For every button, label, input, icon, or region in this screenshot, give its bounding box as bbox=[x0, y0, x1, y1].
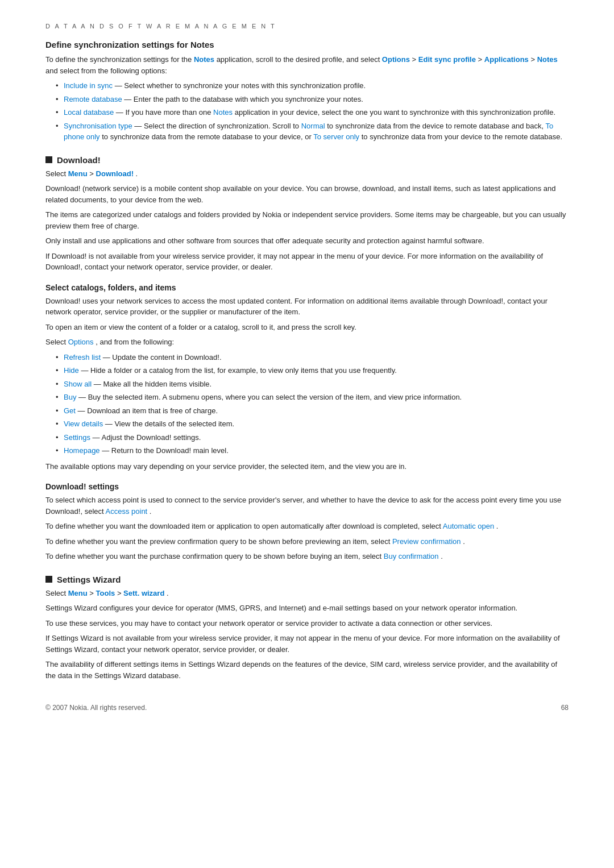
to-server-only-link[interactable]: To server only bbox=[313, 132, 359, 141]
normal-link[interactable]: Normal bbox=[301, 122, 325, 130]
section5-select: Select Menu > Tools > Sett. wizard . bbox=[45, 588, 569, 599]
access-point-link[interactable]: Access point bbox=[106, 507, 148, 516]
arrow3: > bbox=[530, 55, 537, 64]
local-database-link[interactable]: Local database bbox=[64, 108, 114, 117]
arrow-span: > bbox=[89, 169, 96, 178]
s5-select-text: Select bbox=[45, 589, 68, 597]
s4p2-text1: To define whether you want the downloade… bbox=[45, 522, 443, 530]
select-suffix2: , and from the following: bbox=[96, 338, 174, 346]
list-item: Settings — Adjust the Download! settings… bbox=[56, 432, 569, 443]
arrow2: > bbox=[478, 55, 484, 64]
page-header: D a t a a n d s o f t w a r e m a n a g … bbox=[45, 23, 569, 30]
buy-confirmation-link[interactable]: Buy confirmation bbox=[384, 552, 439, 560]
item3-text1: — If you have more than one bbox=[116, 108, 213, 117]
section5-p4: The availability of different settings i… bbox=[45, 659, 569, 681]
options-link[interactable]: Options bbox=[382, 55, 410, 64]
s5-arrow2: > bbox=[117, 589, 123, 597]
section5-heading: Settings Wizard bbox=[45, 575, 569, 584]
section2-p1: Download! (network service) is a mobile … bbox=[45, 183, 569, 205]
section1-intro: To define the synchronization settings f… bbox=[45, 54, 569, 76]
refresh-text: — Update the content in Download!. bbox=[103, 353, 222, 362]
list-item: Refresh list — Update the content in Dow… bbox=[56, 352, 569, 363]
download-link[interactable]: Download! bbox=[96, 169, 134, 178]
menu-link2[interactable]: Menu bbox=[68, 589, 88, 597]
homepage-link[interactable]: Homepage bbox=[64, 446, 100, 455]
hide-link[interactable]: Hide bbox=[64, 366, 79, 375]
section5-p2: To use these services, you may have to c… bbox=[45, 618, 569, 629]
list-item: Include in sync — Select whether to sync… bbox=[56, 80, 569, 92]
tools-link[interactable]: Tools bbox=[96, 589, 115, 597]
menu-link[interactable]: Menu bbox=[68, 169, 88, 178]
homepage-text: — Return to the Download! main level. bbox=[102, 446, 229, 455]
section4-p1: To select which access point is used to … bbox=[45, 495, 569, 517]
notes-link3[interactable]: Notes bbox=[213, 108, 233, 117]
s4p1-text2: . bbox=[150, 507, 152, 516]
section3-list: Refresh list — Update the content in Dow… bbox=[56, 352, 569, 456]
settings-text: — Adjust the Download! settings. bbox=[93, 433, 201, 442]
intro-text1: To define the synchronization settings f… bbox=[45, 55, 194, 64]
remote-database-link[interactable]: Remote database bbox=[64, 95, 122, 103]
item4-text2: to synchronize data from the device to r… bbox=[327, 122, 545, 130]
list-item: View details — View the details of the s… bbox=[56, 418, 569, 430]
list-item: Show all — Make all the hidden items vis… bbox=[56, 379, 569, 390]
include-in-sync-link[interactable]: Include in sync bbox=[64, 81, 113, 90]
section2-title: Download! bbox=[57, 155, 101, 165]
get-link[interactable]: Get bbox=[64, 406, 76, 415]
list-item: Synchronisation type — Select the direct… bbox=[56, 121, 569, 143]
preview-confirmation-link[interactable]: Preview confirmation bbox=[392, 537, 461, 546]
select-text: Select bbox=[45, 169, 68, 178]
section5-p3: If Settings Wizard is not available from… bbox=[45, 633, 569, 655]
copyright: © 2007 Nokia. All rights reserved. bbox=[45, 704, 147, 712]
page-footer: © 2007 Nokia. All rights reserved. 68 bbox=[45, 704, 569, 712]
section3-p1: Download! uses your network services to … bbox=[45, 296, 569, 318]
section1-list: Include in sync — Select whether to sync… bbox=[56, 80, 569, 143]
get-text: — Download an item that is free of charg… bbox=[78, 406, 218, 415]
s4p4-text2: . bbox=[441, 552, 443, 560]
show-all-link[interactable]: Show all bbox=[64, 380, 92, 388]
item3-text2: application in your device, select the o… bbox=[235, 108, 555, 117]
options-link2[interactable]: Options bbox=[68, 338, 94, 346]
buy-link[interactable]: Buy bbox=[64, 393, 76, 401]
edit-sync-link[interactable]: Edit sync profile bbox=[418, 55, 476, 64]
section2-select: Select Menu > Download! . bbox=[45, 168, 569, 180]
intro-text2: application, scroll to the desired profi… bbox=[217, 55, 382, 64]
section3-footer: The available options may vary depending… bbox=[45, 461, 569, 472]
section4-title: Download! settings bbox=[45, 482, 569, 491]
s5-suffix: . bbox=[167, 589, 169, 597]
s4p4-text1: To define whether you want the purchase … bbox=[45, 552, 384, 560]
section2-p4: If Download! is not available from your … bbox=[45, 251, 569, 273]
section4-p2: To define whether you want the downloade… bbox=[45, 521, 569, 532]
section5-p1: Settings Wizard configures your device f… bbox=[45, 603, 569, 614]
show-all-text: — Make all the hidden items visible. bbox=[94, 380, 211, 388]
item4-text3: to synchronize data from the remote data… bbox=[102, 132, 313, 141]
section5-icon bbox=[45, 576, 52, 583]
list-item: Buy — Buy the selected item. A submenu o… bbox=[56, 392, 569, 403]
s4p2-text2: . bbox=[496, 522, 499, 530]
section2-p2: The items are categorized under catalogs… bbox=[45, 209, 569, 231]
sync-type-link[interactable]: Synchronisation type bbox=[64, 122, 132, 130]
buy-text: — Buy the selected item. A submenu opens… bbox=[78, 393, 462, 401]
list-item: Homepage — Return to the Download! main … bbox=[56, 445, 569, 456]
section2-icon bbox=[45, 156, 52, 163]
select-suffix: . bbox=[136, 169, 138, 178]
section1-title: Define synchronization settings for Note… bbox=[45, 40, 569, 49]
section5-title: Settings Wizard bbox=[57, 575, 121, 584]
sett-wizard-link[interactable]: Sett. wizard bbox=[123, 589, 164, 597]
refresh-list-link[interactable]: Refresh list bbox=[64, 353, 101, 362]
automatic-open-link[interactable]: Automatic open bbox=[443, 522, 494, 530]
page-number: 68 bbox=[561, 704, 569, 712]
arrow1: > bbox=[412, 55, 418, 64]
s5-arrow1: > bbox=[89, 589, 96, 597]
section4-p3: To define whether you want the preview c… bbox=[45, 536, 569, 547]
view-details-link[interactable]: View details bbox=[64, 420, 103, 428]
item2-text: — Enter the path to the database with wh… bbox=[124, 95, 363, 103]
list-item: Get — Download an item that is free of c… bbox=[56, 405, 569, 417]
list-item: Remote database — Enter the path to the … bbox=[56, 94, 569, 105]
view-details-text: — View the details of the selected item. bbox=[105, 420, 234, 428]
settings-link[interactable]: Settings bbox=[64, 433, 90, 442]
section2-heading: Download! bbox=[45, 155, 569, 165]
notes-link2[interactable]: Notes bbox=[537, 55, 558, 64]
notes-link1[interactable]: Notes bbox=[194, 55, 214, 64]
intro-text3: and select from the following options: bbox=[45, 67, 167, 75]
applications-link[interactable]: Applications bbox=[484, 55, 529, 64]
